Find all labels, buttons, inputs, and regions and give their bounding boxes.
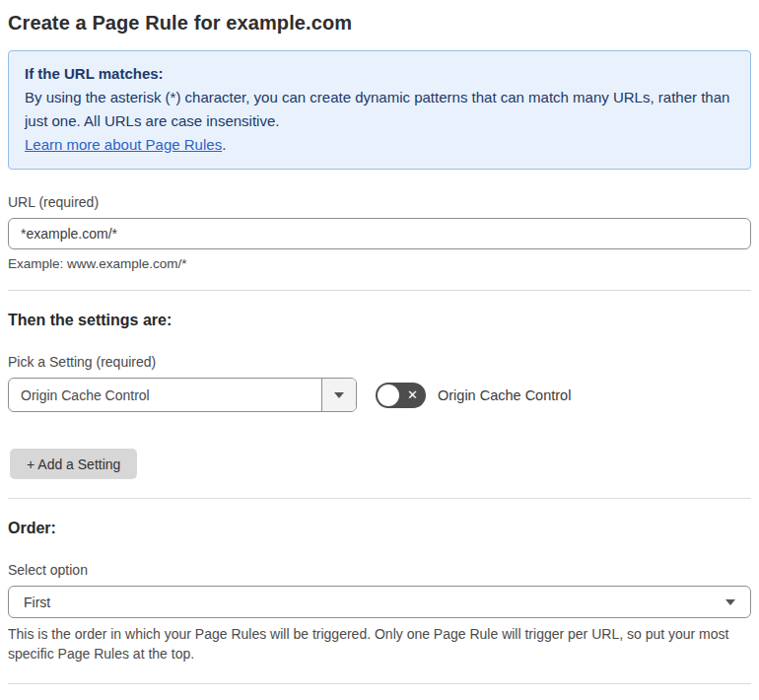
add-setting-button[interactable]: + Add a Setting (10, 449, 137, 479)
info-link-line: Learn more about Page Rules. (25, 133, 734, 156)
chevron-down-icon (334, 392, 344, 398)
toggle-knob (378, 385, 399, 406)
divider (8, 683, 751, 684)
setting-select[interactable]: Origin Cache Control (8, 378, 357, 412)
order-select[interactable]: First (8, 586, 751, 618)
learn-more-link[interactable]: Learn more about Page Rules (25, 136, 222, 153)
url-field-label: URL (required) (8, 194, 751, 210)
chevron-down-icon (725, 599, 735, 605)
link-period: . (222, 136, 226, 153)
order-select-label: Select option (8, 562, 751, 578)
setting-select-arrow-button[interactable] (321, 379, 356, 411)
setting-row: Origin Cache Control ✕ Origin Cache Cont… (8, 378, 751, 412)
url-match-info-box: If the URL matches: By using the asteris… (8, 50, 751, 170)
pick-setting-label: Pick a Setting (required) (8, 354, 751, 370)
order-select-value: First (24, 595, 50, 610)
settings-section-heading: Then the settings are: (8, 312, 751, 329)
origin-cache-control-toggle[interactable]: ✕ (376, 383, 426, 408)
order-section-heading: Order: (8, 520, 751, 537)
url-example-text: Example: www.example.com/* (8, 256, 751, 271)
order-help-text: This is the order in which your Page Rul… (8, 625, 751, 665)
url-input[interactable] (8, 218, 751, 249)
info-box-heading: If the URL matches: (25, 62, 734, 85)
setting-select-value: Origin Cache Control (9, 379, 321, 411)
divider (8, 290, 751, 291)
toggle-label: Origin Cache Control (438, 387, 571, 403)
create-page-rule-form: Create a Page Rule for example.com If th… (0, 0, 759, 700)
divider (8, 498, 751, 499)
info-box-body: By using the asterisk (*) character, you… (25, 86, 734, 132)
toggle-off-x-icon: ✕ (407, 388, 418, 401)
page-title: Create a Page Rule for example.com (8, 12, 751, 35)
